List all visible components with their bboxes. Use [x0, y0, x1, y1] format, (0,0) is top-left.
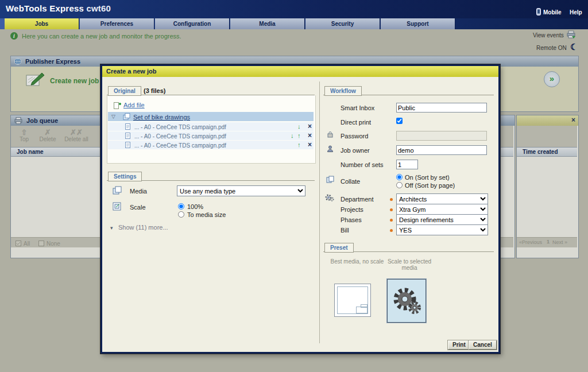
- dialog-title: Create a new job: [102, 66, 498, 77]
- tab-security[interactable]: Security: [305, 18, 380, 29]
- main-tab-bar: Jobs Preferences Configuration Media Sec…: [0, 18, 588, 29]
- tab-jobs[interactable]: Jobs: [5, 18, 79, 29]
- move-down-icon[interactable]: ↓: [291, 131, 294, 140]
- department-icon: [325, 194, 334, 203]
- collate-off-label: Off (Sort by page): [405, 182, 455, 189]
- cancel-button[interactable]: Cancel: [469, 340, 497, 350]
- preset-scale-label: Scale to selected media: [387, 258, 432, 271]
- show-more-link[interactable]: Show (11) more...: [118, 224, 168, 231]
- settings-tab[interactable]: Settings: [108, 172, 142, 181]
- scale-icon: [113, 202, 122, 212]
- file-stack-icon: [123, 113, 130, 122]
- file-icon: [125, 133, 130, 141]
- gear-image: [388, 280, 424, 321]
- collate-icon: [326, 176, 334, 184]
- title-block-small: [361, 304, 368, 308]
- add-file-icon[interactable]: [114, 101, 121, 110]
- required-dot: [390, 208, 393, 211]
- file-group-link[interactable]: Set of bike drawings: [133, 113, 190, 122]
- scale-media-radio[interactable]: [178, 211, 184, 218]
- media-icon: [113, 186, 122, 196]
- direct-print-checkbox[interactable]: [396, 118, 403, 124]
- tab-support[interactable]: Support: [381, 18, 455, 29]
- file-name: ... - A0 - CeeCee TDS campaign.pdf: [134, 132, 226, 141]
- job-owner-label: Job owner: [341, 147, 370, 154]
- file-group-row[interactable]: ▽ Set of bike drawings: [108, 112, 314, 121]
- mobile-link[interactable]: Mobile: [543, 9, 562, 16]
- department-label: Department: [341, 196, 373, 203]
- create-job-dialog: Create a new job Original (3 files) Add …: [100, 64, 500, 354]
- user-icon: [327, 145, 333, 153]
- scale-label: Scale: [130, 204, 146, 211]
- collate-on-radio[interactable]: [396, 174, 403, 180]
- collate-off-radio[interactable]: [396, 182, 403, 188]
- remove-file-icon[interactable]: ×: [308, 131, 312, 140]
- number-of-sets-label: Number of sets: [341, 161, 384, 168]
- job-owner-input[interactable]: [396, 145, 487, 155]
- file-row: ... - A0 - CeeCee TDS campaign.pdf ↑ ×: [108, 141, 314, 149]
- bill-select[interactable]: YES: [396, 224, 488, 235]
- file-name: ... - A0 - CeeCee TDS campaign.pdf: [134, 141, 226, 150]
- show-more-triangle-icon[interactable]: ▾: [110, 225, 113, 231]
- lock-icon: [327, 131, 333, 139]
- required-dot: [390, 229, 393, 232]
- column-divider: [319, 82, 320, 343]
- app-title: WebTools Express cwt60: [6, 3, 111, 13]
- required-dot: [390, 219, 393, 222]
- bill-label: Bill: [341, 227, 349, 234]
- original-tab[interactable]: Original: [108, 86, 141, 96]
- workflow-tab[interactable]: Workflow: [324, 86, 362, 96]
- app-header: WebTools Express cwt60 Mobile Help: [0, 0, 588, 18]
- projects-label: Projects: [341, 206, 363, 213]
- preset-thumb-best-media[interactable]: [334, 284, 371, 317]
- remove-file-icon[interactable]: ×: [308, 122, 312, 130]
- file-icon: [125, 142, 130, 150]
- password-input: [396, 131, 487, 141]
- smart-inbox-input[interactable]: [396, 103, 487, 113]
- scale-media-label: To media size: [187, 211, 226, 218]
- required-dot: [390, 198, 393, 201]
- tab-configuration[interactable]: Configuration: [155, 18, 230, 29]
- preset-tab[interactable]: Preset: [324, 243, 354, 253]
- preset-best-media-label: Best media, no scale: [330, 258, 385, 265]
- projects-select[interactable]: Xtra Gym: [396, 204, 488, 215]
- file-name: ... - A0 - CeeCee TDS campaign.pdf: [134, 123, 226, 131]
- direct-print-label: Direct print: [341, 119, 371, 126]
- department-select[interactable]: Architects: [396, 193, 488, 204]
- remove-file-icon[interactable]: ×: [308, 141, 312, 149]
- phases-label: Phases: [341, 216, 362, 223]
- scale-100-label: 100%: [187, 203, 203, 210]
- original-file-count: (3 files): [144, 87, 166, 94]
- webtools-express-app: WebTools Express cwt60 Mobile Help Jobs …: [0, 0, 588, 372]
- help-link[interactable]: Help: [570, 9, 582, 16]
- collate-on-label: On (Sort by set): [405, 174, 450, 181]
- media-label: Media: [130, 188, 147, 195]
- move-up-icon[interactable]: ↑: [297, 141, 301, 149]
- media-select[interactable]: Use any media type: [177, 185, 305, 196]
- move-up-icon[interactable]: ↑: [297, 131, 301, 140]
- dialog-body: Original (3 files) Add file ▽ Set of bik…: [102, 77, 498, 348]
- password-label: Password: [341, 133, 368, 140]
- hostname: cwt60: [86, 3, 111, 13]
- collapse-triangle-icon[interactable]: ▽: [111, 114, 115, 119]
- move-down-icon[interactable]: ↓: [297, 122, 301, 130]
- print-button[interactable]: Print: [448, 340, 470, 350]
- app-title-text: WebTools Express: [6, 3, 84, 13]
- number-of-sets-input[interactable]: [396, 160, 418, 169]
- tab-media[interactable]: Media: [230, 18, 305, 29]
- collate-label: Collate: [341, 178, 360, 185]
- add-file-link[interactable]: Add file: [123, 102, 145, 108]
- scale-100-radio[interactable]: [178, 203, 184, 210]
- mobile-icon: [536, 8, 541, 17]
- preset-thumb-scale-selected[interactable]: [387, 279, 426, 323]
- tab-preferences[interactable]: Preferences: [80, 18, 154, 29]
- file-row: ... - A0 - CeeCee TDS campaign.pdf ↓ ↑ ×: [108, 131, 314, 140]
- file-icon: [125, 123, 130, 132]
- phases-select[interactable]: Design refinements: [396, 214, 488, 225]
- file-row: ... - A0 - CeeCee TDS campaign.pdf ↓ ×: [108, 122, 314, 131]
- smart-inbox-label: Smart Inbox: [341, 104, 374, 111]
